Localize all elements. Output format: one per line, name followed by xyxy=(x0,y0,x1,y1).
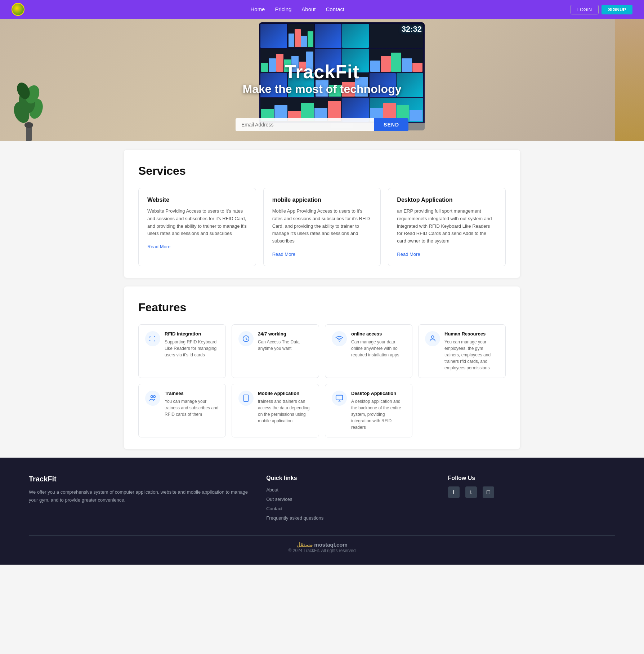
trainees-text: Trainees You can manage your trainess an… xyxy=(165,391,219,418)
rfid-icon xyxy=(149,335,157,343)
service-desktop-title: Desktop Application xyxy=(397,197,497,203)
footer-social-title: Follow Us xyxy=(448,475,615,481)
feature-hr: Human Resources You can manage your empl… xyxy=(418,324,506,378)
clock-icon-wrap xyxy=(238,331,254,346)
service-desktop-desc: an ERP providing full sport management r… xyxy=(397,208,497,245)
footer: TrackFit We offer you a comprehensive sy… xyxy=(0,458,644,565)
nav-home[interactable]: Home xyxy=(250,6,265,12)
services-section: Services Website Website Providing Acces… xyxy=(124,150,520,278)
footer-brand: TrackFit We offer you a comprehensive sy… xyxy=(29,475,252,524)
person-icon xyxy=(429,335,437,343)
mostaql-domain: mostaql.com xyxy=(314,542,348,548)
service-mobile-readmore[interactable]: Read More xyxy=(272,252,295,257)
svg-point-10 xyxy=(153,396,156,398)
screen-time: 32:32 xyxy=(402,25,422,34)
svg-point-1 xyxy=(24,122,33,128)
footer-links-list: About Out services Contact Frequently as… xyxy=(266,486,433,521)
service-mobile-desc: Mobile App Providing Access to users to … xyxy=(272,208,372,245)
online-text: online access Can manage your data onlin… xyxy=(351,331,406,358)
desktop-icon-wrap xyxy=(332,391,347,406)
247-desc: Can Access The Data anytime you want xyxy=(258,339,312,352)
service-website-readmore[interactable]: Read More xyxy=(147,244,170,249)
rfid-icon-wrap xyxy=(145,331,160,346)
service-website-title: Website xyxy=(147,197,247,203)
svg-rect-13 xyxy=(336,395,343,400)
desktop-app-title: Desktop Application xyxy=(351,391,406,396)
service-desktop-readmore[interactable]: Read More xyxy=(397,252,420,257)
hr-text: Human Resources You can manage your empl… xyxy=(444,331,499,371)
footer-link-contact[interactable]: Contact xyxy=(266,506,282,511)
desktop-app-text: Desktop Application A desktop applicatio… xyxy=(351,391,406,431)
nav-about[interactable]: About xyxy=(301,6,316,12)
svg-point-8 xyxy=(431,336,434,338)
feature-mobile-app: Mobile Application trainess and trainers… xyxy=(232,384,319,437)
nav-logo xyxy=(12,3,24,16)
nav-links: Home Pricing About Contact xyxy=(250,6,344,13)
trainees-title: Trainees xyxy=(165,391,219,396)
rfid-desc: Supporting RFID Keyboard Like Readers fo… xyxy=(165,339,219,358)
mobile-app-text: Mobile Application trainess and trainers… xyxy=(258,391,312,424)
footer-link-faq[interactable]: Frequently asked questions xyxy=(266,515,323,521)
nav-contact[interactable]: Contact xyxy=(326,6,345,12)
send-button[interactable]: SEND xyxy=(374,118,408,131)
mostaql-watermark: مستقل mostaql.com xyxy=(29,542,615,548)
person-icon-wrap xyxy=(425,331,440,346)
wifi-icon xyxy=(335,335,343,343)
signup-button[interactable]: SIGNUP xyxy=(601,5,632,14)
trainees-desc: You can manage your trainess and subscri… xyxy=(165,398,219,418)
clock-icon xyxy=(242,335,250,343)
hero-plant-decoration xyxy=(7,69,50,141)
mostaql-arabic: مستقل xyxy=(296,542,313,548)
hero-text: TrackFit Make the most of technology xyxy=(243,61,402,96)
wifi-icon-wrap xyxy=(332,331,347,346)
people-icon-wrap xyxy=(145,391,160,406)
online-desc: Can manage your data online anywhere wit… xyxy=(351,339,406,358)
hero-title: TrackFit xyxy=(243,61,402,83)
desktop-icon xyxy=(335,394,343,402)
email-input[interactable] xyxy=(236,118,374,131)
247-text: 24/7 working Can Access The Data anytime… xyxy=(258,331,312,352)
people-icon xyxy=(149,394,157,402)
nav-pricing[interactable]: Pricing xyxy=(275,6,291,12)
mobile-app-title: Mobile Application xyxy=(258,391,312,396)
facebook-icon[interactable]: f xyxy=(448,486,460,498)
footer-link-services[interactable]: Out services xyxy=(266,497,292,502)
footer-grid: TrackFit We offer you a comprehensive sy… xyxy=(29,475,615,524)
hero-section: 32:32 TrackFit Make the most of technolo… xyxy=(0,19,644,141)
twitter-icon[interactable]: t xyxy=(465,486,477,498)
service-card-desktop: Desktop Application an ERP providing ful… xyxy=(388,188,506,266)
service-website-desc: Website Providing Access to users to it'… xyxy=(147,208,247,237)
service-card-website: Website Website Providing Access to user… xyxy=(138,188,256,266)
feature-rfid: RFID integration Supporting RFID Keyboar… xyxy=(138,324,226,378)
services-title: Services xyxy=(138,164,506,178)
features-grid: RFID integration Supporting RFID Keyboar… xyxy=(138,324,506,437)
feature-trainees: Trainees You can manage your trainess an… xyxy=(138,384,226,437)
login-button[interactable]: LOGIN xyxy=(571,5,599,14)
feature-desktop-app: Desktop Application A desktop applicatio… xyxy=(325,384,412,437)
service-card-mobile: mobile appication Mobile App Providing A… xyxy=(263,188,381,266)
service-mobile-title: mobile appication xyxy=(272,197,372,203)
footer-links: Quick links About Out services Contact F… xyxy=(266,475,433,524)
footer-copyright: © 2024 TrackFit. All rights reserved xyxy=(29,548,615,553)
footer-link-about[interactable]: About xyxy=(266,487,278,493)
feature-online: online access Can manage your data onlin… xyxy=(325,324,412,378)
hero-curtain-decoration xyxy=(615,19,644,141)
logo-icon xyxy=(12,3,24,16)
social-icons: f t □ xyxy=(448,486,615,498)
instagram-icon[interactable]: □ xyxy=(483,486,494,498)
footer-brand-name: TrackFit xyxy=(29,475,252,483)
features-title: Features xyxy=(138,301,506,314)
mobile-app-desc: trainess and trainers can access the dat… xyxy=(258,398,312,424)
footer-social: Follow Us f t □ xyxy=(448,475,615,524)
hr-desc: You can manage your employees, the gym t… xyxy=(444,339,499,371)
mobile-icon-wrap xyxy=(238,391,254,406)
features-section: Features RFID integration Supporting RFI… xyxy=(124,286,520,449)
mobile-icon xyxy=(242,394,250,402)
rfid-title: RFID integration xyxy=(165,331,219,337)
hero-subtitle: Make the most of technology xyxy=(243,83,402,96)
feature-247: 24/7 working Can Access The Data anytime… xyxy=(232,324,319,378)
footer-bottom: مستقل mostaql.com © 2024 TrackFit. All r… xyxy=(29,535,615,553)
247-title: 24/7 working xyxy=(258,331,312,337)
footer-links-title: Quick links xyxy=(266,475,433,481)
services-grid: Website Website Providing Access to user… xyxy=(138,188,506,266)
